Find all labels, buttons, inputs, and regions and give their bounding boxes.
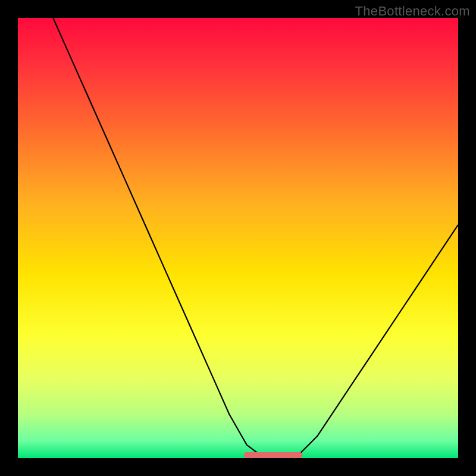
bottleneck-curve xyxy=(53,18,458,458)
chart-overlay xyxy=(18,18,458,458)
watermark-text: TheBottleneck.com xyxy=(355,4,470,19)
